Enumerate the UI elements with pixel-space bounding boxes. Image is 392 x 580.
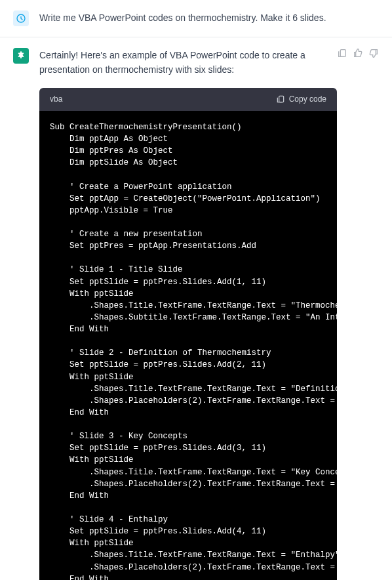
svg-rect-1	[279, 96, 283, 102]
copy-code-button[interactable]: Copy code	[276, 93, 326, 106]
message-actions	[337, 48, 379, 580]
clipboard-icon	[276, 94, 285, 104]
svg-rect-2	[340, 50, 345, 57]
thumbs-down-icon[interactable]	[368, 48, 379, 58]
user-message: Write me VBA PowerPoint codes on thermoc…	[0, 0, 392, 37]
code-header: vba Copy code	[39, 88, 337, 111]
copy-code-label: Copy code	[289, 93, 326, 106]
copy-icon[interactable]	[337, 48, 347, 58]
code-language-label: vba	[50, 93, 62, 106]
assistant-intro: Certainly! Here's an example of VBA Powe…	[39, 48, 337, 77]
user-avatar-icon	[16, 13, 26, 24]
code-block: vba Copy code Sub CreateThermochemistryP…	[39, 88, 337, 580]
user-avatar	[13, 10, 29, 26]
thumbs-up-icon[interactable]	[353, 48, 363, 58]
assistant-message: Certainly! Here's an example of VBA Powe…	[0, 37, 392, 580]
assistant-content: Certainly! Here's an example of VBA Powe…	[39, 48, 337, 580]
code-body[interactable]: Sub CreateThermochemistryPresentation() …	[39, 111, 337, 580]
user-text: Write me VBA PowerPoint codes on thermoc…	[39, 10, 379, 25]
assistant-avatar-icon	[16, 51, 26, 61]
assistant-avatar	[13, 48, 29, 64]
user-content: Write me VBA PowerPoint codes on thermoc…	[39, 10, 379, 26]
